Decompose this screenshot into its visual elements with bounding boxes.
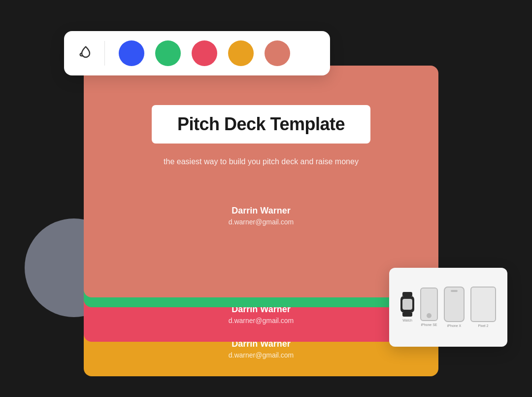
main-card-title: Pitch Deck Template — [177, 114, 345, 135]
color-swatch-blue[interactable] — [119, 40, 144, 66]
device-watch: Watch — [400, 292, 414, 322]
iphone-se-home — [427, 313, 432, 318]
iphone-x-notch — [451, 290, 458, 292]
device-iphone-se: iPhone SE — [420, 288, 438, 326]
watch-screen — [402, 299, 412, 310]
device-iphone-x: iPhone X — [444, 287, 465, 327]
color-swatch-orange[interactable] — [228, 40, 254, 66]
iphone-se-label: iPhone SE — [421, 323, 437, 326]
title-box: Pitch Deck Template — [152, 105, 370, 144]
iphone-x-label: iPhone X — [447, 324, 461, 327]
card-main: Pitch Deck Template the easiest way to b… — [84, 66, 438, 297]
card-orange-email: d.warner@gmail.com — [229, 351, 294, 359]
dropper-icon[interactable] — [78, 45, 94, 61]
card-red-email: d.warner@gmail.com — [229, 317, 294, 325]
main-scene: Darrin Warner d.warner@gmail.com Darrin … — [54, 31, 478, 366]
watch-band-bottom — [402, 313, 412, 317]
watch-body — [400, 296, 414, 313]
color-picker-toolbar — [64, 31, 330, 75]
main-card-subtitle: the easiest way to build you pitch deck … — [164, 157, 359, 166]
iphone-x-body — [444, 287, 465, 322]
color-swatch-green[interactable] — [155, 40, 181, 66]
device-panel: Watch iPhone SE iPhone X Pixel 2 — [389, 268, 507, 347]
device-pixel2: Pixel 2 — [470, 287, 496, 327]
divider — [104, 41, 105, 66]
watch-label: Watch — [402, 319, 412, 322]
iphone-se-body — [420, 288, 438, 321]
color-swatch-salmon[interactable] — [265, 40, 290, 66]
pixel2-label: Pixel 2 — [478, 324, 488, 327]
color-swatch-red[interactable] — [192, 40, 217, 66]
main-card-email: d.warner@gmail.com — [229, 218, 294, 226]
watch-band-top — [402, 292, 412, 296]
main-card-name: Darrin Warner — [232, 206, 290, 216]
pixel2-body — [470, 287, 496, 322]
